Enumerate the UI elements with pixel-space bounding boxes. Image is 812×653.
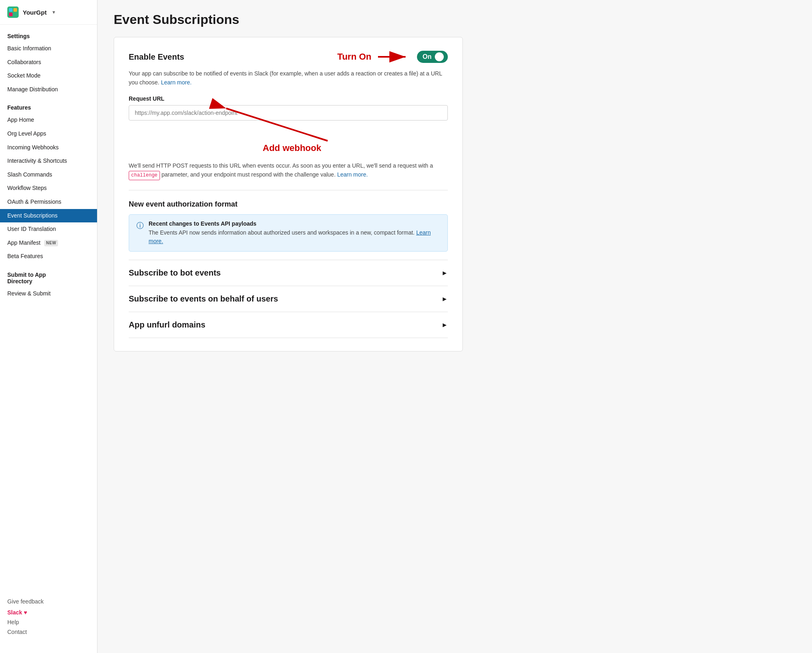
- svg-rect-2: [13, 8, 17, 12]
- auth-format-title: New event authorization format: [129, 200, 448, 209]
- sidebar-item-basic-information[interactable]: Basic Information: [0, 42, 97, 56]
- app-unfurl-domains-chevron-icon: ►: [441, 321, 448, 329]
- info-box: ⓘ Recent changes to Events API payloads …: [129, 214, 448, 252]
- sidebar-item-review-submit[interactable]: Review & Submit: [0, 287, 97, 301]
- info-box-title: Recent changes to Events API payloads: [149, 220, 440, 227]
- app-unfurl-domains-title: App unfurl domains: [129, 320, 205, 330]
- add-webhook-arrow-icon: Add webhook: [210, 96, 340, 153]
- svg-rect-4: [13, 13, 17, 16]
- slack-brand-link[interactable]: Slack ♥: [7, 608, 90, 617]
- sidebar-item-workflow-steps[interactable]: Workflow Steps: [0, 181, 97, 195]
- subscribe-user-events-section[interactable]: Subscribe to events on behalf of users ►: [129, 286, 448, 312]
- sidebar-item-socket-mode[interactable]: Socket Mode: [0, 69, 97, 83]
- app-icon: [7, 6, 19, 18]
- svg-rect-3: [9, 13, 13, 16]
- help-link[interactable]: Help: [7, 617, 90, 627]
- app-name: YourGpt: [23, 9, 47, 16]
- toggle-area: Turn On On: [337, 50, 448, 63]
- enable-events-learn-more-link[interactable]: Learn more.: [161, 79, 191, 86]
- sidebar-item-manage-distribution[interactable]: Manage Distribution: [0, 83, 97, 97]
- divider-1: [129, 190, 448, 190]
- contact-link[interactable]: Contact: [7, 627, 90, 637]
- settings-section-title: Settings: [0, 25, 97, 42]
- info-box-content: Recent changes to Events API payloads Th…: [149, 220, 440, 246]
- request-url-input[interactable]: [129, 105, 448, 121]
- turn-on-arrow-icon: [378, 50, 410, 63]
- toggle-label: On: [423, 53, 432, 60]
- sidebar-item-oauth-permissions[interactable]: OAuth & Permissions: [0, 195, 97, 209]
- subscribe-bot-events-section[interactable]: Subscribe to bot events ►: [129, 260, 448, 286]
- subscribe-user-events-chevron-icon: ►: [441, 295, 448, 303]
- enable-events-header: Enable Events Turn On On: [129, 50, 448, 63]
- sidebar-header: YourGpt ▼: [0, 0, 97, 25]
- sidebar-footer: Give feedback Slack ♥ Help Contact: [0, 591, 97, 641]
- add-webhook-text: Add webhook: [263, 143, 322, 153]
- subscribe-bot-events-title: Subscribe to bot events: [129, 268, 221, 278]
- enable-events-title: Enable Events: [129, 52, 184, 62]
- sidebar-item-app-manifest[interactable]: App Manifest NEW: [0, 236, 97, 250]
- svg-rect-0: [7, 6, 19, 18]
- sidebar-item-incoming-webhooks[interactable]: Incoming Webhooks: [0, 141, 97, 155]
- sidebar-item-user-id-translation[interactable]: User ID Translation: [0, 222, 97, 236]
- content-card: Enable Events Turn On On: [114, 37, 463, 351]
- page-title: Event Subscriptions: [114, 12, 796, 27]
- main-content: Event Subscriptions Enable Events Turn O…: [97, 0, 812, 653]
- enable-events-description: Your app can subscribe to be notified of…: [129, 69, 448, 87]
- enable-events-toggle[interactable]: On: [417, 51, 448, 63]
- subscribe-bot-events-chevron-icon: ►: [441, 269, 448, 277]
- sidebar-item-slash-commands[interactable]: Slash Commands: [0, 168, 97, 182]
- sidebar-item-interactivity-shortcuts[interactable]: Interactivity & Shortcuts: [0, 154, 97, 168]
- feedback-link[interactable]: Give feedback: [7, 595, 90, 608]
- sidebar-item-app-home[interactable]: App Home: [0, 113, 97, 127]
- submit-section-title: Submit to App Directory: [0, 263, 97, 287]
- app-unfurl-domains-section[interactable]: App unfurl domains ►: [129, 312, 448, 338]
- svg-rect-1: [9, 8, 13, 12]
- turn-on-label: Turn On: [337, 52, 371, 62]
- info-icon: ⓘ: [136, 221, 144, 231]
- sidebar-item-org-level-apps[interactable]: Org Level Apps: [0, 127, 97, 141]
- sidebar-item-collaborators[interactable]: Collaborators: [0, 56, 97, 69]
- post-description: We'll send HTTP POST requests to this UR…: [129, 161, 448, 181]
- features-section-title: Features: [0, 96, 97, 113]
- challenge-badge: challenge: [129, 171, 160, 180]
- dropdown-arrow-icon[interactable]: ▼: [52, 10, 56, 15]
- request-url-label: Request URL: [129, 95, 448, 102]
- info-box-text: The Events API now sends information abo…: [149, 228, 440, 246]
- sidebar-item-event-subscriptions[interactable]: Event Subscriptions: [0, 209, 97, 223]
- toggle-knob: [435, 52, 444, 61]
- subscribe-user-events-title: Subscribe to events on behalf of users: [129, 294, 278, 304]
- sidebar-item-beta-features[interactable]: Beta Features: [0, 250, 97, 263]
- new-badge: NEW: [44, 240, 58, 246]
- post-description-learn-more-link[interactable]: Learn more.: [337, 171, 367, 178]
- sidebar: YourGpt ▼ Settings Basic Information Col…: [0, 0, 97, 653]
